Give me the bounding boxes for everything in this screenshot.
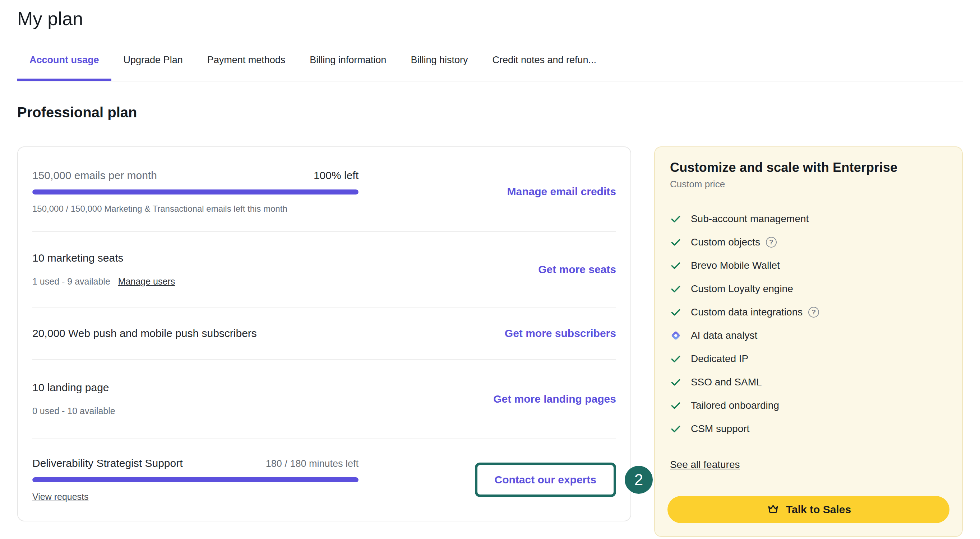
landing-pages-title: 10 landing page — [32, 382, 358, 394]
feature-label: Custom objects — [691, 236, 760, 248]
tab-billing-information[interactable]: Billing information — [298, 49, 398, 81]
my-plan-page: My plan Account usage Upgrade Plan Payme… — [0, 0, 980, 537]
feature-label: Custom Loyalty engine — [691, 283, 793, 295]
list-item: Dedicated IP — [670, 347, 949, 370]
enterprise-feature-list: Sub-account management Custom objects ? … — [670, 207, 949, 440]
email-quota-title: 150,000 emails per month — [32, 170, 157, 182]
seats-availability-text: 1 used - 9 available — [32, 276, 110, 287]
deliverability-progress-bar — [32, 477, 358, 482]
check-icon — [670, 213, 681, 225]
check-icon — [670, 306, 681, 318]
list-item: Tailored onboarding — [670, 394, 949, 417]
list-item: Brevo Mobile Wallet — [670, 254, 949, 277]
deliverability-title: Deliverability Strategist Support — [32, 457, 183, 469]
feature-label: AI data analyst — [691, 330, 757, 341]
email-progress-bar — [32, 189, 358, 195]
crown-icon — [766, 503, 780, 517]
page-title: My plan — [17, 8, 963, 29]
check-icon — [670, 260, 681, 271]
manage-email-credits-link[interactable]: Manage email credits — [507, 185, 616, 197]
feature-label: Dedicated IP — [691, 353, 748, 365]
enterprise-title: Customize and scale with Enterprise — [670, 160, 949, 175]
tab-bar: Account usage Upgrade Plan Payment metho… — [17, 49, 963, 81]
subscribers-title: 20,000 Web push and mobile push subscrib… — [32, 327, 358, 339]
list-item: Custom objects ? — [670, 230, 949, 254]
help-icon[interactable]: ? — [808, 307, 819, 318]
section-email-credits: 150,000 emails per month 100% left 150,0… — [32, 147, 616, 232]
talk-to-sales-label: Talk to Sales — [786, 504, 851, 516]
get-more-subscribers-link[interactable]: Get more subscribers — [505, 327, 616, 339]
contact-our-experts-button[interactable]: Contact our experts — [475, 463, 616, 497]
section-marketing-seats: 10 marketing seats 1 used - 9 available … — [32, 232, 616, 308]
list-item: SSO and SAML — [670, 370, 949, 394]
list-item: Custom data integrations ? — [670, 300, 949, 324]
seats-title: 10 marketing seats — [32, 252, 358, 264]
minutes-left-text: 180 / 180 minutes left — [266, 458, 358, 469]
tab-credit-notes[interactable]: Credit notes and refun... — [480, 49, 609, 81]
landing-pages-availability-text: 0 used - 10 available — [32, 406, 115, 416]
section-deliverability-support: Deliverability Strategist Support 180 / … — [32, 439, 616, 521]
check-icon — [670, 283, 681, 295]
section-push-subscribers: 20,000 Web push and mobile push subscrib… — [32, 308, 616, 360]
feature-label: CSM support — [691, 423, 749, 434]
list-item: Custom Loyalty engine — [670, 277, 949, 300]
list-item: CSM support — [670, 417, 949, 440]
list-item: AI data analyst — [670, 324, 949, 347]
list-item: Sub-account management — [670, 207, 949, 230]
manage-users-link[interactable]: Manage users — [118, 276, 175, 287]
enterprise-price: Custom price — [670, 179, 949, 190]
feature-label: Brevo Mobile Wallet — [691, 260, 780, 271]
tab-payment-methods[interactable]: Payment methods — [195, 49, 298, 81]
plan-heading: Professional plan — [17, 105, 963, 120]
feature-label: SSO and SAML — [691, 376, 762, 388]
check-icon — [670, 400, 681, 411]
help-icon[interactable]: ? — [766, 237, 777, 247]
tab-account-usage[interactable]: Account usage — [17, 49, 111, 81]
feature-label: Custom data integrations — [691, 306, 803, 318]
get-more-seats-link[interactable]: Get more seats — [538, 263, 616, 275]
talk-to-sales-button[interactable]: Talk to Sales — [667, 496, 950, 523]
ai-diamond-icon — [670, 330, 681, 341]
email-percent-left: 100% left — [313, 170, 358, 182]
check-icon — [670, 236, 681, 248]
email-remaining-text: 150,000 / 150,000 Marketing & Transactio… — [32, 204, 358, 214]
check-icon — [670, 423, 681, 434]
see-all-features-link[interactable]: See all features — [670, 459, 740, 471]
annotation-step-badge: 2 — [625, 466, 653, 494]
view-requests-link[interactable]: View requests — [32, 491, 89, 502]
feature-label: Tailored onboarding — [691, 400, 779, 411]
usage-card: 150,000 emails per month 100% left 150,0… — [17, 146, 631, 522]
enterprise-card: Customize and scale with Enterprise Cust… — [654, 146, 963, 537]
check-icon — [670, 376, 681, 388]
section-landing-pages: 10 landing page 0 used - 10 available Ge… — [32, 360, 616, 439]
tab-upgrade-plan[interactable]: Upgrade Plan — [111, 49, 195, 81]
check-icon — [670, 353, 681, 365]
tab-billing-history[interactable]: Billing history — [398, 49, 480, 81]
feature-label: Sub-account management — [691, 213, 809, 225]
get-more-landing-pages-link[interactable]: Get more landing pages — [493, 393, 616, 405]
